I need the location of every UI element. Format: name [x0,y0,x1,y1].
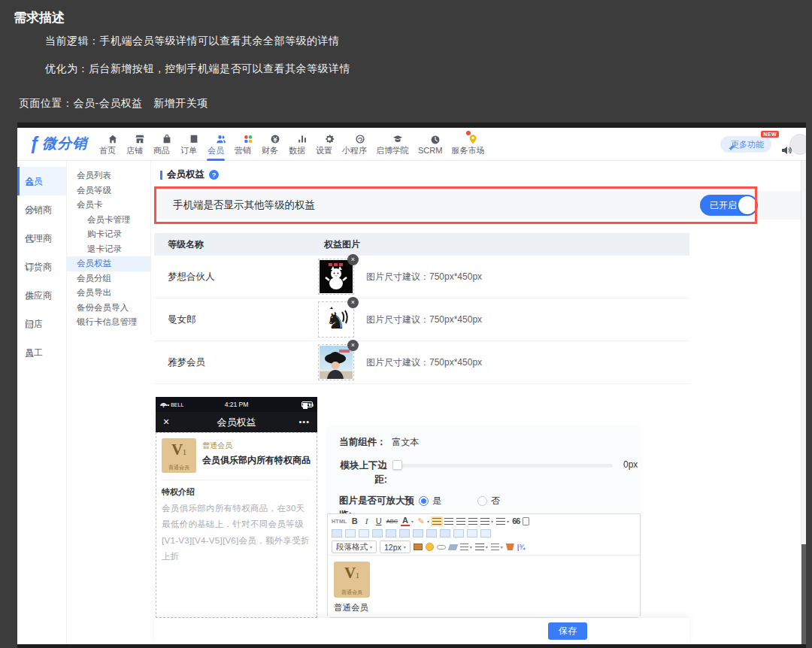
remove-image-icon[interactable]: × [347,254,359,265]
logo-icon: ƒ [29,134,39,153]
submenu-card-purchase-records[interactable]: 购卡记录 [67,227,150,242]
merge-cells-button[interactable] [453,529,464,537]
nav-item-home[interactable]: 首页 [98,128,117,161]
submenu-card-management[interactable]: 会员卡管理 [67,213,150,228]
benefit-image-man-lady[interactable]: ♞ × [318,301,354,338]
sidebar-item-members[interactable]: 会员 [17,167,66,195]
blockquote-button[interactable]: 66 [512,516,520,525]
bullet-list-button[interactable] [480,518,489,525]
submenu-backup-member-import[interactable]: 备份会员导入 [67,301,150,316]
sidebar-item-distributors[interactable]: 分销商 [17,195,66,224]
margin-slider[interactable] [393,464,613,468]
insert-col-left-button[interactable] [399,529,410,537]
more-dots-icon[interactable]: ••• [298,412,310,432]
delete-row-button[interactable] [426,529,437,537]
insert-link-button[interactable] [437,545,446,550]
nav-item-shop[interactable]: 店铺 [126,128,144,161]
sidebar-item-order-dealers[interactable]: 订货商 [17,253,66,281]
component-value: 富文本 [392,436,420,449]
insert-col-right-button[interactable] [413,529,423,537]
bold-button[interactable]: B [350,516,359,525]
align-center-button[interactable] [444,518,453,525]
scrollbar-thumb[interactable] [801,544,806,644]
nav-item-academy[interactable]: 启博学院 [376,128,409,161]
strikethrough-button[interactable]: ABC [386,518,398,525]
paragraph-spacing-button[interactable] [491,544,499,550]
clean-format-button[interactable] [506,544,514,550]
display-other-levels-toggle[interactable]: 已开启 [700,195,758,216]
highlight-pen-button[interactable]: ✎ [417,516,426,526]
italic-button[interactable]: I [362,516,371,525]
page-scrollbar[interactable] [801,161,806,644]
submenu-member-benefits[interactable]: 会员权益 [67,256,150,271]
radio-yes[interactable] [419,496,429,506]
benefit-image-dream-partner[interactable]: × [318,259,354,295]
nav-item-marketing[interactable]: 营销 [234,128,252,161]
remove-image-icon[interactable]: × [347,340,359,351]
editor-content[interactable]: V1 普通会员 普通会员 会员俱乐部内所有特权商品 特权介绍 [328,555,640,618]
submenu-bank-card-info[interactable]: 银行卡信息管理 [67,315,150,330]
more-features-button[interactable]: 更多功能 NEW [720,136,771,153]
align-right-button[interactable] [456,518,465,525]
submenu-member-card[interactable]: 会员卡 ∨ [67,198,150,213]
app-logo[interactable]: ƒ 微分销 [29,134,87,153]
line-height-button[interactable] [460,544,468,550]
insert-row-above-button[interactable] [372,529,383,537]
caret-down-icon[interactable]: ▾ [507,519,509,524]
v1-level-badge: V1 普通会员 [334,562,370,598]
submenu-card-refund-records[interactable]: 退卡记录 [67,242,150,257]
submenu-member-export[interactable]: 会员导出 [67,286,150,301]
help-icon[interactable]: ? [209,170,219,180]
new-page-button[interactable] [523,517,529,525]
caret-down-icon[interactable]: ▾ [491,519,493,524]
nav-item-members[interactable]: 会员 [207,128,225,161]
delete-col-button[interactable] [440,529,450,537]
html-source-button[interactable]: HTML [332,519,347,524]
underline-button[interactable]: U [374,516,383,525]
sidebar-item-staff[interactable]: 员工 [17,338,66,367]
sidebar-item-suppliers[interactable]: 供应商 [17,281,66,310]
caret-down-icon[interactable]: ▾ [427,519,429,524]
submenu-member-list[interactable]: 会员列表 [67,168,150,183]
benefit-image-yameng-member[interactable]: × [318,344,354,380]
caret-down-icon[interactable]: ▾ [501,544,503,550]
align-left-button[interactable] [432,518,441,525]
nav-item-data[interactable]: 数据 [288,128,306,161]
emoji-button[interactable] [426,543,434,551]
caret-down-icon[interactable]: ▾ [486,544,488,550]
window-bottom-bar [17,644,806,648]
insert-table-button[interactable] [332,529,342,537]
delete-table-button[interactable] [345,529,356,537]
phone-richtext-module[interactable]: V1 普通会员 普通会员 会员俱乐部内所有特权商品 特权介绍 会员俱乐部内所有特… [156,432,317,618]
insert-image-button[interactable] [414,544,423,550]
caret-down-icon[interactable]: ▾ [470,544,472,550]
eraser-button[interactable] [448,544,459,550]
split-cell-button[interactable] [467,529,477,537]
nav-item-miniprogram[interactable]: 小程序 [342,128,367,161]
indent-button[interactable] [475,544,484,550]
font-color-button[interactable]: A [401,516,410,526]
submenu-member-groups[interactable]: 会员分组 [67,271,150,286]
sidebar-item-agents[interactable]: 代理商 [17,224,66,253]
sidebar-item-stores[interactable]: 门店 [17,310,66,338]
caret-down-icon[interactable]: ▾ [411,519,414,524]
paragraph-format-select[interactable]: 段落格式 ▾ [332,541,377,553]
save-button[interactable]: 保存 [548,622,587,640]
radio-no[interactable] [477,496,487,506]
nav-item-goods[interactable]: 商品 [153,128,171,161]
nav-item-finance[interactable]: 财务 [261,128,279,161]
remove-format-button[interactable] [480,529,491,537]
submenu-member-levels[interactable]: 会员等级 [67,183,150,198]
align-justify-button[interactable] [468,518,477,525]
remove-image-icon[interactable]: × [347,297,359,308]
translate-button[interactable]: |¾ [517,544,525,551]
nav-item-scrm[interactable]: SCRM [418,128,442,161]
insert-row-below-button[interactable] [386,529,396,537]
slider-knob[interactable] [392,460,402,470]
numbered-list-button[interactable] [496,518,505,525]
nav-item-service-market[interactable]: 服务市场 [451,128,484,161]
font-size-select[interactable]: 12px ▾ [380,541,411,553]
nav-item-settings[interactable]: 设置 [315,128,333,161]
table-props-button[interactable] [359,529,369,537]
nav-item-orders[interactable]: 订单 [180,128,198,161]
